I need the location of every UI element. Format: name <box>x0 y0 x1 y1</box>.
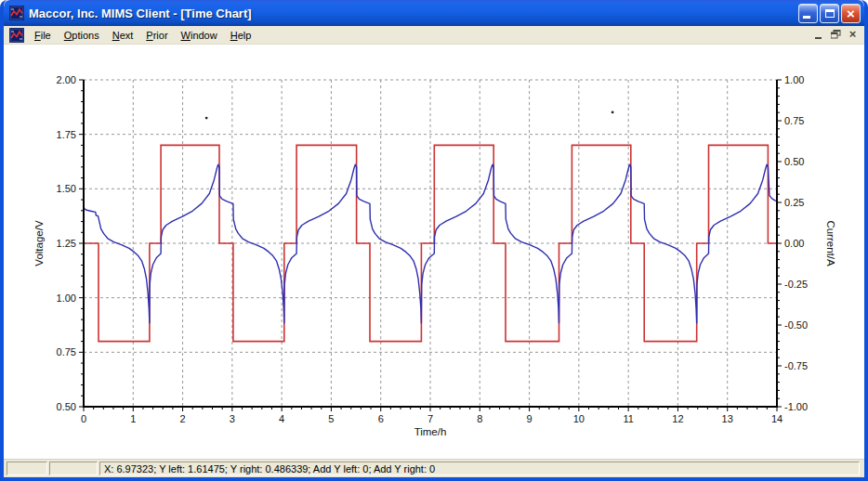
y-left-axis-title: Voltage/V <box>33 220 45 266</box>
mdi-restore-icon <box>831 30 841 39</box>
mdi-controls: × <box>810 28 861 42</box>
x-tick-label: 5 <box>328 413 334 424</box>
stray-data-point <box>612 111 614 114</box>
x-tick-label: 4 <box>279 413 284 424</box>
x-tick-label: 14 <box>771 413 783 424</box>
y-left-tick-label: 0.50 <box>57 401 76 412</box>
mdi-close-button[interactable]: × <box>845 28 861 42</box>
chart-client-area: 012345678910111213140.500.751.001.251.50… <box>4 45 864 459</box>
x-tick-label: 13 <box>722 413 733 424</box>
x-tick-label: 9 <box>527 413 533 424</box>
x-tick-label: 6 <box>378 413 384 424</box>
x-tick-label: 0 <box>81 413 86 424</box>
menu-item-help[interactable]: Help <box>224 28 258 43</box>
mdi-restore-button[interactable] <box>828 28 844 42</box>
menu-item-file[interactable]: File <box>28 28 58 43</box>
minimize-icon <box>803 16 810 19</box>
menu-items: FileOptionsNextPriorWindowHelp <box>28 26 257 44</box>
maximize-button[interactable] <box>820 4 839 23</box>
y-right-axis-title: Current/A <box>825 220 836 266</box>
y-right-tick-label: 0.50 <box>784 156 804 167</box>
maximize-icon <box>825 9 835 18</box>
y-left-tick-label: 0.75 <box>57 346 76 358</box>
x-tick-label: 1 <box>130 413 136 424</box>
y-right-tick-label: 1.00 <box>784 74 804 85</box>
x-tick-label: 11 <box>623 413 633 424</box>
mdi-close-icon: × <box>845 26 861 42</box>
minimize-button[interactable] <box>798 4 818 23</box>
x-axis-title: Time/h <box>414 426 447 437</box>
y-left-tick-label: 2.00 <box>57 74 76 85</box>
mdi-child-icon[interactable] <box>9 28 24 43</box>
app-icon[interactable] <box>9 6 24 20</box>
app-window: Maccor, Inc. MIMS Client - [Time Chart] … <box>0 0 868 481</box>
x-tick-label: 3 <box>230 413 235 424</box>
stray-data-point <box>205 117 208 120</box>
x-tick-label: 8 <box>477 413 482 424</box>
chart-canvas[interactable]: 012345678910111213140.500.751.001.251.50… <box>4 45 864 459</box>
menu-item-options[interactable]: Options <box>58 28 106 43</box>
mdi-minimize-icon <box>815 37 822 39</box>
menu-bar: FileOptionsNextPriorWindowHelp × <box>4 26 864 45</box>
y-right-tick-label: -1.00 <box>784 401 808 412</box>
y-left-tick-label: 1.50 <box>57 183 76 194</box>
x-tick-label: 7 <box>427 413 433 424</box>
status-panel-2 <box>49 462 98 475</box>
menu-item-prior[interactable]: Prior <box>139 28 174 43</box>
x-tick-label: 10 <box>573 413 585 424</box>
mdi-minimize-button[interactable] <box>811 28 827 42</box>
y-right-tick-label: 0.25 <box>784 197 804 208</box>
y-right-tick-label: 0.75 <box>784 115 804 126</box>
x-tick-label: 2 <box>180 413 186 424</box>
y-right-tick-label: -0.50 <box>784 319 808 331</box>
menu-item-window[interactable]: Window <box>175 28 224 43</box>
x-tick-label: 12 <box>672 413 683 424</box>
window-title: Maccor, Inc. MIMS Client - [Time Chart] <box>29 6 796 20</box>
y-left-tick-label: 1.75 <box>57 129 76 140</box>
y-left-tick-label: 1.25 <box>57 238 76 249</box>
status-panel-readout: X: 6.97323; Y left: 1.61475; Y right: 0.… <box>99 462 860 475</box>
y-right-tick-label: -0.25 <box>784 279 808 290</box>
title-bar[interactable]: Maccor, Inc. MIMS Client - [Time Chart] … <box>4 0 864 26</box>
close-icon: × <box>842 5 860 22</box>
y-right-tick-label: 0.00 <box>784 238 804 249</box>
status-panel-1 <box>7 462 47 475</box>
y-left-tick-label: 1.00 <box>57 292 76 304</box>
cursor-readout-text: X: 6.97323; Y left: 1.61475; Y right: 0.… <box>104 463 435 474</box>
status-bar: X: 6.97323; Y left: 1.61475; Y right: 0.… <box>4 459 864 477</box>
menu-item-next[interactable]: Next <box>106 28 140 43</box>
close-button[interactable]: × <box>841 4 861 23</box>
y-right-tick-label: -0.75 <box>784 360 808 371</box>
